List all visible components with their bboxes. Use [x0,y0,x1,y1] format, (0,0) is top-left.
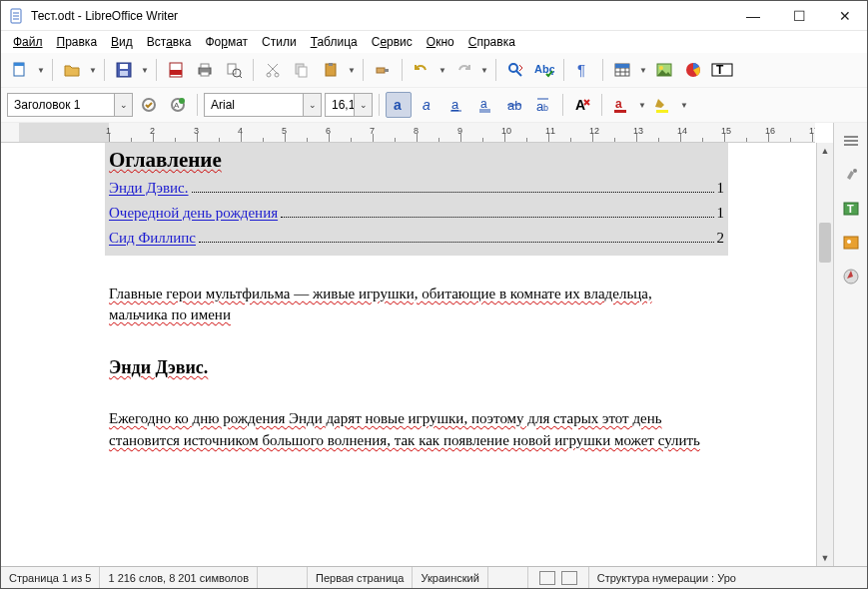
paste-button[interactable] [318,57,344,83]
cut-button[interactable] [260,57,286,83]
toc-entry[interactable]: Сид Филлипс2 [109,228,724,250]
underline-button[interactable]: a [443,92,469,118]
svg-text:b: b [543,103,548,113]
navigator-icon[interactable] [839,265,863,289]
paragraph[interactable]: Ежегодно ко дню рождения Энди дарят новы… [109,408,724,452]
vertical-scrollbar[interactable]: ▲ ▼ [816,143,833,566]
new-style-button[interactable]: A [165,92,191,118]
formatting-toolbar: Заголовок 1 ⌄ A Arial ⌄ 16,1 ⌄ a a a a a… [1,88,867,123]
font-size-combo[interactable]: 16,1 ⌄ [325,93,373,117]
insert-image-button[interactable] [651,57,677,83]
export-pdf-button[interactable] [163,57,189,83]
sidebar-settings-icon[interactable] [839,129,863,153]
menu-format[interactable]: Формат [199,33,254,51]
toc-link[interactable]: Энди Дэвис. [109,178,189,200]
status-page-style[interactable]: Первая страница [308,567,413,588]
menu-edit[interactable]: Правка [51,33,104,51]
horizontal-ruler[interactable]: 1234567891011121314151617 [1,123,815,143]
styles-panel-icon[interactable]: T [839,197,863,221]
undo-button[interactable] [409,57,434,83]
highlight-button[interactable] [650,92,676,118]
menu-file[interactable]: Файл [7,33,49,51]
svg-rect-14 [228,64,236,74]
scroll-up-icon[interactable]: ▲ [817,143,833,159]
font-color-dropdown[interactable]: ▼ [637,101,647,110]
maximize-button[interactable]: ☐ [785,8,813,24]
status-page[interactable]: Страница 1 из 5 [1,567,100,588]
clear-formatting-button[interactable]: A [569,92,595,118]
menu-table[interactable]: Таблица [305,33,364,51]
svg-text:T: T [847,203,854,215]
open-dropdown[interactable]: ▼ [88,66,98,75]
scroll-thumb[interactable] [819,223,831,263]
menu-insert[interactable]: Вставка [141,33,198,51]
paste-dropdown[interactable]: ▼ [347,66,357,75]
clone-formatting-button[interactable] [370,57,396,83]
font-name-combo[interactable]: Arial ⌄ [204,93,322,117]
find-replace-button[interactable] [502,57,528,83]
spellcheck-button[interactable]: Abç [531,57,557,83]
save-dropdown[interactable]: ▼ [140,66,150,75]
highlight-dropdown[interactable]: ▼ [679,101,689,110]
insert-chart-button[interactable] [680,57,706,83]
status-insert-mode[interactable] [488,567,528,588]
redo-button[interactable] [450,57,476,83]
svg-rect-23 [377,68,385,73]
paragraph-style-combo[interactable]: Заголовок 1 ⌄ [7,93,133,117]
heading-2[interactable]: Энди Дэвис. [109,354,724,380]
svg-rect-20 [299,67,307,77]
toc-entry[interactable]: Очередной день рождения1 [109,203,724,225]
menu-styles[interactable]: Стили [256,33,303,51]
menu-view[interactable]: Вид [105,33,139,51]
scroll-down-icon[interactable]: ▼ [817,550,833,566]
new-dropdown[interactable]: ▼ [36,66,46,75]
formatting-marks-button[interactable]: ¶ [570,57,596,83]
svg-text:a: a [451,97,459,112]
print-button[interactable] [192,57,218,83]
svg-rect-58 [614,110,626,113]
italic-button[interactable]: a [415,92,440,118]
status-language[interactable]: Украинский [413,567,487,588]
copy-button[interactable] [289,57,315,83]
toc-entry[interactable]: Энди Дэвис.1 [109,178,724,200]
chevron-down-icon[interactable]: ⌄ [354,94,372,116]
menu-window[interactable]: Окно [421,33,460,51]
strikethrough-button[interactable]: ab [501,92,527,118]
chevron-down-icon[interactable]: ⌄ [303,94,321,116]
bold-button[interactable]: a [386,92,412,118]
update-style-button[interactable] [136,92,162,118]
open-button[interactable] [59,57,85,83]
save-button[interactable] [111,57,137,83]
svg-rect-34 [615,64,629,68]
close-button[interactable]: ✕ [831,8,859,24]
chevron-down-icon[interactable]: ⌄ [114,94,132,116]
print-preview-button[interactable] [221,57,247,83]
insert-table-button[interactable] [609,57,635,83]
status-view-icons[interactable] [528,567,589,588]
svg-point-67 [847,240,851,244]
redo-dropdown[interactable]: ▼ [479,66,489,75]
toc-link[interactable]: Сид Филлипс [109,228,196,250]
status-wordcount[interactable]: 1 216 слов, 8 201 символов [100,567,258,588]
undo-dropdown[interactable]: ▼ [437,66,447,75]
font-color-button[interactable]: a [608,92,634,118]
svg-point-63 [853,169,857,173]
toc-title: Оглавление [109,143,724,175]
svg-rect-12 [201,64,209,68]
paragraph[interactable]: Главные герои мультфильма — живые игрушк… [109,284,724,327]
overline-button[interactable]: ab [530,92,556,118]
gallery-icon[interactable] [839,231,863,255]
table-dropdown[interactable]: ▼ [638,66,648,75]
document-area[interactable]: Оглавление Энди Дэвис.1Очередной день ро… [1,143,816,566]
underline-double-button[interactable]: a [472,92,498,118]
menu-tools[interactable]: Сервис [366,33,419,51]
toc-link[interactable]: Очередной день рождения [109,203,278,225]
page-content: Оглавление Энди Дэвис.1Очередной день ро… [17,143,814,452]
new-button[interactable] [7,57,33,83]
svg-rect-7 [120,64,128,69]
menu-help[interactable]: Справка [462,33,521,51]
insert-textbox-button[interactable]: T [709,57,735,83]
properties-icon[interactable] [839,163,863,187]
status-context[interactable]: Структура нумерации : Уро [589,567,867,588]
minimize-button[interactable]: — [739,8,767,24]
